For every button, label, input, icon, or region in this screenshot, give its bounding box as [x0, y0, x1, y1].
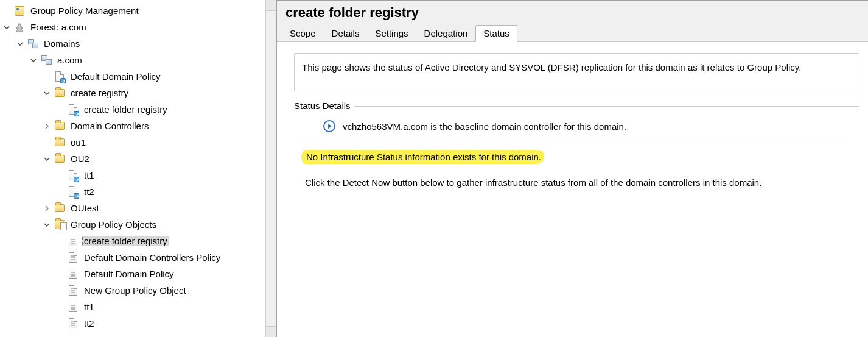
tree-domain-label: a.com — [55, 55, 84, 65]
tree-ddp-label: Default Domain Policy — [69, 71, 163, 82]
info-icon — [323, 120, 335, 132]
tree-domains-label: Domains — [42, 38, 82, 49]
gpo-icon — [67, 302, 79, 313]
tree-ou1[interactable]: ou1 — [2, 134, 275, 151]
tree-ou2-label: OU2 — [69, 154, 91, 164]
tree-panel: Group Policy Management Forest: a.com Do… — [0, 0, 277, 337]
tree-gpo-tt2-label: tt2 — [82, 318, 96, 328]
tree-gpocont-label: Group Policy Objects — [69, 219, 158, 230]
tree-gpo-ddp-label: Default Domain Policy — [82, 269, 176, 279]
tree-default-domain-policy[interactable]: Default Domain Policy — [2, 68, 275, 85]
chevron-down-icon[interactable] — [2, 23, 11, 32]
navigation-tree: Group Policy Management Forest: a.com Do… — [2, 2, 275, 332]
tree-gpo-ddcp[interactable]: Default Domain Controllers Policy — [2, 249, 275, 266]
domains-icon — [27, 38, 39, 49]
tree-gpo-new[interactable]: New Group Policy Object — [2, 282, 275, 299]
tree-tt1-link[interactable]: tt1 — [2, 167, 275, 183]
header-bar: create folder registry Scope Details Set… — [277, 1, 868, 42]
tree-gpo-tt1[interactable]: tt1 — [2, 299, 275, 315]
tree-domain-acom[interactable]: a.com — [2, 52, 275, 68]
tree-gpo-cfr-label: create folder registry — [82, 236, 169, 246]
status-intro-box: This page shows the status of Active Dir… — [294, 53, 859, 91]
chevron-down-icon[interactable] — [43, 89, 51, 98]
gpo-link-icon — [67, 186, 79, 197]
chevron-right-icon[interactable] — [43, 122, 51, 130]
tree-gpo-container[interactable]: Group Policy Objects — [2, 216, 275, 233]
ou-icon — [54, 121, 66, 132]
tree-outest[interactable]: OUtest — [2, 200, 275, 216]
tree-create-folder-registry-link[interactable]: create folder registry — [2, 101, 275, 118]
page-title: create folder registry — [277, 1, 868, 24]
content-panel: create folder registry Scope Details Set… — [277, 0, 868, 337]
tab-status[interactable]: Status — [475, 25, 517, 42]
gpo-link-icon — [54, 71, 66, 82]
gpm-icon — [13, 5, 26, 16]
tree-root-label: Group Policy Management — [29, 5, 141, 16]
gpo-icon — [67, 318, 79, 329]
gpo-icon — [67, 269, 79, 280]
tree-gpo-tt2[interactable]: tt2 — [2, 315, 275, 332]
ou-icon — [54, 88, 66, 99]
no-infra-status-text: No Infrastructure Status information exi… — [306, 152, 541, 162]
tree-root[interactable]: Group Policy Management — [2, 2, 275, 19]
chevron-down-icon[interactable] — [29, 56, 38, 65]
ou-icon — [54, 137, 66, 148]
detect-now-instruction: Click the Detect Now button below to gat… — [305, 177, 852, 188]
tree-outest-label: OUtest — [69, 203, 101, 213]
domain-icon — [40, 55, 52, 66]
chevron-down-icon[interactable] — [43, 221, 51, 229]
tree-forest-label: Forest: a.com — [29, 22, 88, 32]
ou-icon — [54, 154, 66, 165]
chevron-right-icon[interactable] — [43, 204, 51, 213]
status-details-fieldset: Status Details vchzho563VM.a.com is the … — [294, 106, 859, 196]
tree-forest[interactable]: Forest: a.com — [2, 19, 275, 35]
gpo-icon — [67, 236, 79, 247]
app-root: Group Policy Management Forest: a.com Do… — [0, 0, 868, 337]
status-details-legend: Status Details — [294, 101, 354, 111]
tree-tt1-label: tt1 — [82, 170, 96, 180]
tab-scope[interactable]: Scope — [282, 25, 324, 41]
tab-delegation[interactable]: Delegation — [416, 25, 476, 41]
no-infra-status-highlight: No Infrastructure Status information exi… — [301, 150, 544, 164]
tree-gpo-ddp[interactable]: Default Domain Policy — [2, 266, 275, 282]
tree-ou2[interactable]: OU2 — [2, 151, 275, 167]
tree-gpo-tt1-label: tt1 — [82, 302, 96, 312]
tree-domain-controllers[interactable]: Domain Controllers — [2, 118, 275, 134]
ou-icon — [54, 203, 66, 214]
chevron-down-icon[interactable] — [43, 155, 51, 163]
tree-tt2-link[interactable]: tt2 — [2, 183, 275, 200]
gpo-icon — [67, 285, 79, 296]
gpo-link-icon — [67, 104, 79, 115]
baseline-text: vchzho563VM.a.com is the baseline domain… — [343, 121, 626, 132]
tree-gpo-ddcp-label: Default Domain Controllers Policy — [82, 252, 222, 263]
tab-settings[interactable]: Settings — [367, 25, 416, 41]
status-intro-text: This page shows the status of Active Dir… — [302, 62, 801, 73]
tree-gpo-new-label: New Group Policy Object — [82, 285, 188, 296]
gpo-container-icon — [54, 219, 66, 230]
forest-icon — [13, 22, 26, 33]
divider — [305, 141, 852, 141]
tab-strip: Scope Details Settings Delegation Status — [277, 24, 868, 41]
tree-domains[interactable]: Domains — [2, 35, 275, 52]
status-tab-body: This page shows the status of Active Dir… — [277, 42, 868, 337]
tree-gpo-create-folder-registry[interactable]: create folder registry — [2, 233, 275, 249]
gpo-icon — [67, 252, 79, 263]
chevron-down-icon[interactable] — [16, 40, 24, 48]
tree-create-registry[interactable]: create registry — [2, 85, 275, 101]
baseline-row: vchzho563VM.a.com is the baseline domain… — [305, 118, 852, 141]
gpo-link-icon — [67, 170, 79, 181]
tree-cr-label: create registry — [69, 88, 130, 98]
tree-dc-label: Domain Controllers — [69, 121, 150, 131]
tree-ou1-label: ou1 — [69, 137, 88, 147]
tab-details[interactable]: Details — [324, 25, 368, 41]
tree-cfr-label: create folder registry — [82, 104, 169, 115]
tree-scrollbar[interactable] — [265, 0, 276, 337]
tree-tt2-label: tt2 — [82, 186, 96, 197]
